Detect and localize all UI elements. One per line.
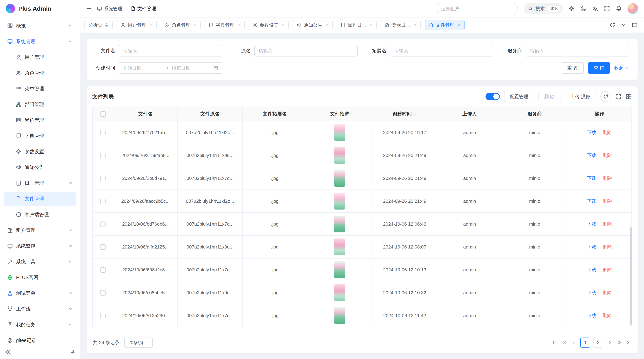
close-icon[interactable] [280, 23, 285, 27]
delete-link[interactable]: 删除 [603, 313, 612, 318]
file-preview-image[interactable] [334, 307, 345, 324]
column-header-created[interactable]: 创建时间 [372, 107, 437, 121]
sidebar-item-system-tools[interactable]: 系统工具 [4, 255, 76, 269]
sidebar-item-param-settings[interactable]: 参数设置 [4, 144, 76, 159]
search-toggle[interactable] [486, 93, 500, 100]
download-link[interactable]: 下载 [587, 153, 596, 158]
prev-page-button[interactable] [571, 340, 576, 345]
file-preview-image[interactable] [334, 170, 345, 187]
file-preview-image[interactable] [334, 216, 345, 232]
close-icon[interactable] [324, 23, 329, 27]
prev-5-pages-button[interactable] [562, 340, 567, 345]
row-checkbox[interactable] [100, 199, 106, 204]
tab-file-management[interactable]: 文件管理 [425, 20, 465, 30]
delete-link[interactable]: 删除 [603, 244, 612, 250]
tab-analysis[interactable]: 分析页 [84, 20, 113, 30]
sidebar-item-plus-site[interactable]: PLUS官网 [4, 270, 76, 285]
layout-icon[interactable] [632, 22, 638, 28]
table-scrollbar[interactable] [630, 121, 632, 333]
row-checkbox[interactable] [100, 153, 106, 158]
next-page-button[interactable] [608, 340, 612, 345]
delete-link[interactable]: 删除 [603, 267, 612, 273]
table-fullscreen-icon[interactable] [616, 93, 622, 100]
file-preview-image[interactable] [334, 239, 345, 255]
row-checkbox[interactable] [100, 313, 106, 319]
refresh-table-button[interactable] [600, 91, 611, 102]
file-preview-image[interactable] [334, 124, 345, 141]
download-link[interactable]: 下载 [587, 244, 596, 250]
delete-link[interactable]: 删除 [603, 153, 612, 158]
breadcrumb-item-system-management[interactable]: 系统管理 [97, 5, 122, 12]
sidebar-item-test-menu[interactable]: 测试菜单 [4, 286, 76, 300]
file-preview-image[interactable] [334, 147, 345, 164]
download-link[interactable]: 下载 [587, 290, 596, 295]
sidebar-item-system-management[interactable]: 系统管理 [4, 34, 76, 49]
sidebar-item-dept-management[interactable]: 部门管理 [4, 97, 76, 112]
sidebar-item-menu-management[interactable]: 菜单管理 [4, 81, 76, 96]
download-link[interactable]: 下载 [587, 176, 596, 181]
query-button[interactable]: 查 询 [588, 62, 610, 74]
row-checkbox[interactable] [100, 222, 106, 227]
settings-icon[interactable] [568, 5, 574, 12]
translate-icon[interactable] [592, 5, 598, 12]
column-settings-icon[interactable] [626, 93, 632, 100]
next-5-pages-button[interactable] [617, 340, 622, 345]
sidebar-item-log-management[interactable]: 日志管理 [4, 176, 76, 190]
sidebar-item-system-monitor[interactable]: 系统监控 [4, 239, 76, 253]
refresh-tab-icon[interactable] [610, 22, 616, 28]
sidebar-item-dict-management[interactable]: 字典管理 [4, 129, 76, 143]
close-icon[interactable] [148, 23, 153, 27]
provider-input[interactable] [526, 45, 629, 56]
row-checkbox[interactable] [100, 130, 106, 135]
row-checkbox[interactable] [100, 290, 106, 296]
logo[interactable]: Plus Admin [0, 0, 80, 17]
sidebar-item-notice[interactable]: 通知公告 [4, 160, 76, 174]
file-preview-image[interactable] [334, 193, 345, 210]
hamburger-icon[interactable] [86, 5, 92, 12]
close-icon[interactable] [236, 23, 241, 27]
sidebar-item-role-management[interactable]: 角色管理 [4, 66, 76, 80]
tab-dict-management[interactable]: 字典管理 [205, 20, 245, 30]
sidebar-item-tenant-management[interactable]: 租户管理 [4, 223, 76, 237]
download-link[interactable]: 下载 [587, 313, 596, 318]
sidebar-item-file-management[interactable]: 文件管理 [4, 192, 76, 206]
file-preview-image[interactable] [334, 261, 345, 278]
tab-role-management[interactable]: 角色管理 [161, 20, 201, 30]
download-link[interactable]: 下载 [587, 198, 596, 204]
notifications-icon[interactable] [616, 5, 622, 12]
scrollbar-thumb[interactable] [630, 227, 632, 325]
select-all-checkbox[interactable] [100, 111, 106, 117]
tab-notice[interactable]: 通知公告 [293, 20, 333, 30]
delete-link[interactable]: 删除 [603, 290, 612, 295]
avatar[interactable] [628, 3, 638, 14]
row-checkbox[interactable] [100, 176, 106, 181]
sidebar-item-post-management[interactable]: 岗位管理 [4, 113, 76, 127]
extension-input[interactable] [390, 45, 494, 56]
delete-link[interactable]: 删除 [603, 221, 612, 227]
close-icon[interactable] [456, 23, 461, 27]
config-management-button[interactable]: 配置管理 [504, 91, 534, 102]
row-checkbox[interactable] [100, 244, 106, 250]
sidebar-collapse-button[interactable] [4, 348, 12, 356]
row-checkbox[interactable] [100, 267, 106, 273]
file-name-input[interactable] [119, 45, 222, 56]
tab-login-log[interactable]: 登录日志 [381, 20, 421, 30]
dark-mode-icon[interactable] [580, 5, 586, 12]
original-name-input[interactable] [254, 45, 358, 56]
breadcrumb-item-file-management[interactable]: 文件管理 [130, 5, 156, 12]
first-page-button[interactable] [552, 340, 558, 345]
sidebar-item-overview[interactable]: 概览 [4, 18, 76, 33]
delete-link[interactable]: 删除 [603, 176, 612, 181]
sidebar-pin-icon[interactable] [70, 349, 76, 355]
delete-link[interactable]: 删除 [603, 130, 612, 135]
date-range-picker[interactable]: 开始日期 结束日期 [119, 62, 222, 74]
collapse-filter-link[interactable]: 收起 [614, 65, 629, 71]
close-icon[interactable] [412, 23, 417, 27]
page-2-button[interactable]: 2 [593, 338, 603, 348]
sidebar-item-user-management[interactable]: 用户管理 [4, 50, 76, 64]
chevron-down-icon[interactable] [621, 22, 626, 28]
file-preview-image[interactable] [334, 284, 345, 301]
sidebar-item-my-tasks[interactable]: 我的任务 [4, 318, 76, 332]
sidebar-item-workflow[interactable]: 工作流 [4, 302, 76, 316]
global-search-button[interactable]: 搜索 ⌘ K [524, 3, 563, 14]
